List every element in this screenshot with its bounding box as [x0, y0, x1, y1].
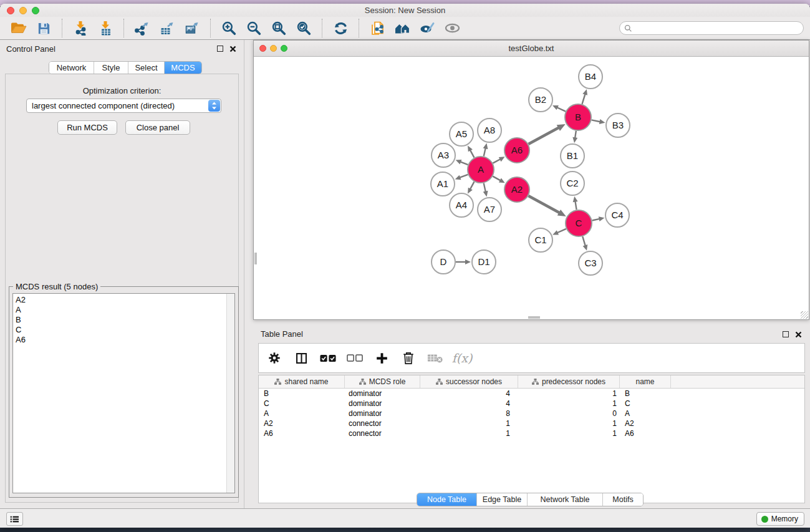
- edge-C-C2[interactable]: [573, 196, 578, 210]
- table-row-b[interactable]: Bdominator41B: [259, 389, 804, 399]
- cell-mcds-role[interactable]: connector: [345, 428, 420, 438]
- open-session-button[interactable]: [6, 19, 31, 38]
- tab-select[interactable]: Select: [128, 62, 165, 74]
- edge-B-B1[interactable]: [572, 131, 577, 143]
- delete-columns-button[interactable]: [400, 350, 417, 366]
- network-close-button[interactable]: [259, 45, 266, 52]
- canvas-left-scroll-handle[interactable]: [254, 253, 257, 264]
- create-column-button[interactable]: [374, 350, 390, 366]
- close-table-panel-icon[interactable]: [794, 331, 802, 338]
- cell-successors[interactable]: 1: [420, 418, 518, 428]
- close-panel-button[interactable]: Close panel: [125, 120, 190, 135]
- close-window-button[interactable]: [7, 7, 14, 14]
- edge-C-C1[interactable]: [552, 229, 566, 235]
- node-c3[interactable]: C3: [579, 251, 602, 275]
- edge-A-A7[interactable]: [483, 183, 488, 196]
- node-c[interactable]: C: [566, 210, 592, 236]
- toggle-bird-view-button[interactable]: [440, 19, 465, 38]
- cell-shared-name[interactable]: C: [259, 399, 345, 409]
- select-all-columns-button[interactable]: [320, 350, 336, 366]
- cell-mcds-role[interactable]: dominator: [345, 389, 420, 399]
- cell-name[interactable]: A: [620, 409, 671, 418]
- cell-name[interactable]: C: [620, 399, 671, 409]
- node-b2[interactable]: B2: [529, 88, 552, 112]
- cell-mcds-role[interactable]: dominator: [345, 409, 420, 418]
- cell-name[interactable]: A6: [620, 428, 671, 438]
- node-c4[interactable]: C4: [605, 203, 629, 227]
- cell-predecessors[interactable]: 1: [518, 428, 620, 438]
- node-c2[interactable]: C2: [561, 172, 584, 195]
- node-a7[interactable]: A7: [478, 198, 501, 221]
- edge-C-C3[interactable]: [582, 236, 587, 251]
- edge-A-A3[interactable]: [456, 160, 468, 165]
- result-item-b[interactable]: B: [13, 315, 234, 325]
- search-input[interactable]: [632, 23, 799, 33]
- table-row-a[interactable]: Adominator80A: [259, 409, 804, 418]
- memory-button[interactable]: Memory: [756, 512, 804, 526]
- node-a8[interactable]: A8: [478, 118, 501, 142]
- refresh-button[interactable]: [328, 19, 353, 38]
- criterion-dropdown[interactable]: largest connected component (directed): [26, 99, 221, 113]
- column-header-predecessor-nodes[interactable]: predecessor nodes: [518, 375, 620, 388]
- result-item-a2[interactable]: A2: [13, 295, 234, 305]
- edge-B-B4[interactable]: [582, 89, 587, 104]
- export-image-button[interactable]: [180, 19, 205, 38]
- tab-style[interactable]: Style: [94, 62, 128, 74]
- tab-edge-table[interactable]: Edge Table: [477, 493, 528, 506]
- edge-C-C4[interactable]: [592, 216, 605, 221]
- cell-name[interactable]: A2: [620, 418, 671, 428]
- network-canvas[interactable]: B4B2BB3B1A5A8A6A3AA1A2A4A7C2CC4C1C3DD1: [254, 57, 809, 319]
- node-b4[interactable]: B4: [579, 65, 602, 89]
- cell-predecessors[interactable]: 1: [518, 399, 620, 409]
- window-resize-grip[interactable]: [801, 311, 808, 319]
- search-box[interactable]: [619, 21, 804, 35]
- tab-mcds[interactable]: MCDS: [165, 62, 201, 74]
- table-options-button[interactable]: [266, 350, 282, 366]
- node-d[interactable]: D: [432, 250, 455, 274]
- node-a2[interactable]: A2: [504, 177, 529, 202]
- edge-A6-B[interactable]: [528, 124, 565, 144]
- node-b[interactable]: B: [565, 104, 591, 130]
- float-panel-icon[interactable]: [217, 46, 223, 52]
- node-a4[interactable]: A4: [450, 193, 473, 217]
- show-panels-list-button[interactable]: [6, 512, 23, 526]
- cell-shared-name[interactable]: A6: [259, 428, 345, 438]
- tab-network[interactable]: Network: [49, 62, 94, 74]
- cell-shared-name[interactable]: A: [259, 409, 345, 418]
- canvas-bottom-scroll-handle[interactable]: [528, 316, 540, 319]
- table-row-c[interactable]: Cdominator41C: [259, 399, 804, 409]
- edge-A2-C[interactable]: [528, 196, 566, 216]
- minimize-window-button[interactable]: [19, 7, 27, 14]
- table-row-a6[interactable]: A6connector11A6: [259, 428, 804, 438]
- cell-successors[interactable]: 8: [420, 409, 518, 418]
- node-a1[interactable]: A1: [431, 172, 455, 196]
- close-panel-icon[interactable]: [229, 45, 236, 52]
- cell-predecessors[interactable]: 0: [518, 409, 620, 418]
- save-session-button[interactable]: [31, 19, 56, 38]
- cell-shared-name[interactable]: B: [259, 389, 345, 399]
- unselect-all-columns-button[interactable]: [347, 350, 363, 366]
- cell-mcds-role[interactable]: dominator: [345, 399, 420, 409]
- cell-predecessors[interactable]: 1: [518, 389, 620, 399]
- import-table-button[interactable]: [93, 19, 118, 38]
- column-header-shared-name[interactable]: shared name: [259, 375, 345, 388]
- node-a[interactable]: A: [468, 157, 494, 183]
- column-header-successor-nodes[interactable]: successor nodes: [420, 375, 518, 388]
- result-item-c[interactable]: C: [13, 325, 234, 335]
- edge-A-A8[interactable]: [483, 143, 488, 156]
- cell-successors[interactable]: 4: [420, 389, 518, 399]
- cell-shared-name[interactable]: A2: [259, 418, 345, 428]
- tab-network-table[interactable]: Network Table: [528, 493, 603, 506]
- node-a6[interactable]: A6: [504, 138, 529, 163]
- run-mcds-button[interactable]: Run MCDS: [57, 120, 117, 135]
- tab-node-table[interactable]: Node Table: [417, 493, 477, 506]
- edge-D-D1[interactable]: [456, 259, 471, 264]
- result-item-a[interactable]: A: [13, 305, 234, 315]
- cell-predecessors[interactable]: 1: [518, 418, 620, 428]
- edge-A-A4[interactable]: [468, 181, 474, 193]
- cell-successors[interactable]: 1: [420, 428, 518, 438]
- new-network-from-selection-button[interactable]: [365, 19, 390, 38]
- cell-name[interactable]: B: [620, 389, 671, 399]
- zoom-window-button[interactable]: [32, 7, 39, 14]
- import-network-button[interactable]: [68, 19, 93, 38]
